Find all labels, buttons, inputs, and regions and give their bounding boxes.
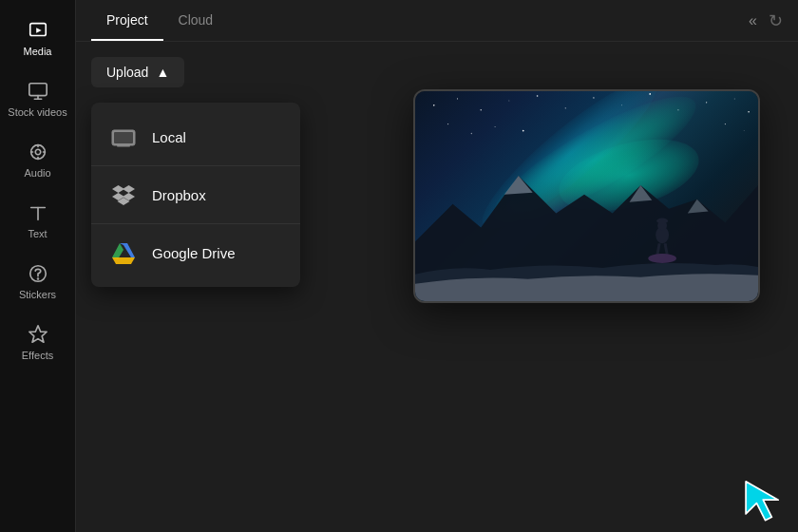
tabs-list: Project Cloud: [91, 1, 228, 41]
svg-point-41: [744, 130, 745, 131]
svg-rect-18: [119, 143, 128, 145]
svg-point-28: [565, 107, 566, 108]
svg-point-36: [447, 124, 448, 124]
sidebar-item-text[interactable]: Text: [0, 190, 75, 251]
sidebar-item-audio[interactable]: Audio: [0, 129, 75, 190]
svg-point-39: [522, 130, 524, 132]
svg-marker-21: [112, 243, 124, 259]
upload-dropdown-menu: Local Dropbox: [91, 103, 300, 287]
audio-icon: [27, 141, 49, 163]
svg-rect-17: [114, 132, 133, 143]
sidebar-item-effects[interactable]: Effects: [0, 312, 75, 372]
collapse-button[interactable]: «: [745, 9, 761, 33]
svg-point-23: [433, 104, 435, 106]
preview-image: [415, 91, 758, 301]
refresh-button[interactable]: ↻: [769, 10, 783, 31]
svg-point-34: [734, 98, 735, 99]
stickers-icon: [27, 262, 49, 285]
tab-project[interactable]: Project: [91, 1, 163, 41]
svg-marker-15: [28, 326, 46, 342]
dropdown-divider-1: [91, 165, 300, 166]
local-icon: [110, 124, 137, 150]
svg-point-47: [648, 254, 676, 263]
tab-cloud[interactable]: Cloud: [163, 1, 229, 41]
svg-point-40: [725, 124, 726, 124]
svg-point-44: [656, 218, 668, 224]
tabs-actions: « ↻: [745, 9, 783, 33]
svg-marker-22: [112, 257, 135, 264]
svg-point-30: [621, 104, 622, 105]
svg-point-24: [457, 98, 458, 99]
svg-point-29: [593, 97, 594, 98]
dropbox-icon: [110, 181, 137, 208]
content-area: Upload ▲ Local: [76, 42, 798, 532]
svg-point-26: [508, 100, 509, 101]
tabs-bar: Project Cloud « ↻: [76, 0, 798, 42]
google-drive-icon: [110, 239, 137, 266]
sidebar-item-stickers[interactable]: Stickers: [0, 251, 75, 312]
svg-rect-19: [117, 145, 130, 147]
svg-point-25: [481, 109, 482, 110]
svg-point-27: [537, 95, 539, 97]
dropdown-divider-2: [91, 223, 300, 224]
dropdown-item-dropbox[interactable]: Dropbox: [91, 168, 300, 221]
svg-line-46: [665, 243, 667, 254]
svg-point-35: [748, 111, 750, 113]
svg-rect-2: [28, 84, 46, 96]
sidebar-label-text: Text: [28, 228, 47, 239]
dropdown-item-local-label: Local: [152, 129, 186, 145]
sidebar-label-effects: Effects: [22, 350, 53, 361]
sidebar: Media Stock videos Audio: [0, 0, 76, 532]
svg-line-45: [657, 243, 659, 254]
main-content: Project Cloud « ↻ Upload ▲: [76, 0, 798, 532]
text-icon: [27, 201, 49, 224]
dropdown-item-google-drive-label: Google Drive: [152, 245, 236, 261]
dropdown-item-local[interactable]: Local: [91, 110, 300, 163]
sidebar-item-stock-videos[interactable]: Stock videos: [0, 68, 75, 129]
svg-point-31: [649, 93, 651, 95]
sidebar-label-audio: Audio: [24, 167, 50, 179]
svg-marker-1: [36, 28, 42, 33]
stock-videos-icon: [27, 80, 49, 103]
svg-point-33: [706, 102, 707, 103]
svg-point-6: [35, 149, 41, 155]
dropdown-item-dropbox-label: Dropbox: [152, 187, 206, 203]
svg-point-38: [495, 126, 496, 127]
svg-point-37: [471, 133, 472, 134]
stars: [415, 91, 758, 301]
sidebar-item-media[interactable]: Media: [0, 8, 75, 68]
sidebar-label-stickers: Stickers: [19, 289, 56, 300]
dropdown-item-google-drive[interactable]: Google Drive: [91, 226, 300, 279]
effects-icon: [27, 323, 49, 346]
upload-dropdown-arrow: ▲: [156, 65, 169, 80]
svg-point-32: [677, 109, 678, 110]
sidebar-label-stock-videos: Stock videos: [8, 106, 66, 118]
upload-button-label: Upload: [106, 65, 148, 80]
media-icon: [27, 19, 49, 42]
sidebar-label-media: Media: [24, 46, 52, 57]
upload-button[interactable]: Upload ▲: [91, 57, 184, 87]
svg-point-14: [37, 278, 38, 279]
preview-card: [413, 89, 760, 303]
